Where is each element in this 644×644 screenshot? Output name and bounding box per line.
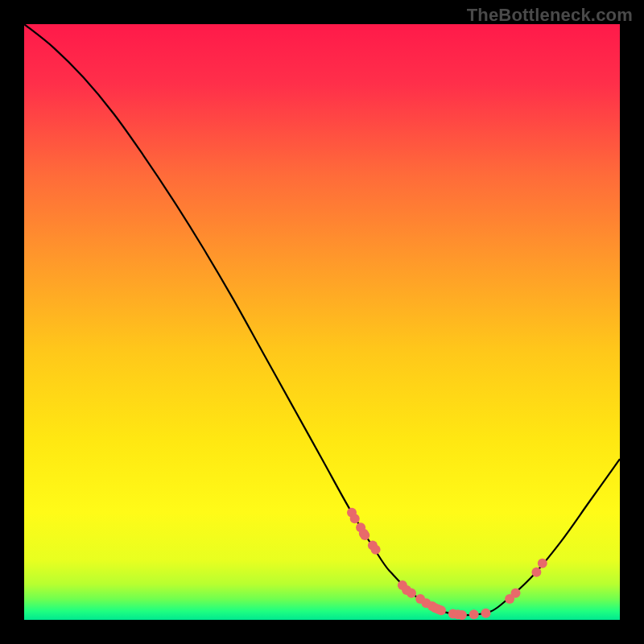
data-point xyxy=(538,559,547,568)
chart-container: TheBottleneck.com xyxy=(0,0,644,644)
data-point xyxy=(371,545,381,555)
data-point xyxy=(469,609,479,619)
data-point xyxy=(531,568,541,577)
data-point xyxy=(407,588,416,598)
plot-area xyxy=(24,24,620,620)
data-point xyxy=(360,530,369,540)
watermark-text: TheBottleneck.com xyxy=(467,5,633,26)
chart-svg xyxy=(24,24,620,620)
data-point xyxy=(350,514,360,523)
data-point xyxy=(481,609,491,618)
data-point xyxy=(511,588,521,598)
data-point xyxy=(457,610,467,620)
data-point xyxy=(436,605,446,615)
